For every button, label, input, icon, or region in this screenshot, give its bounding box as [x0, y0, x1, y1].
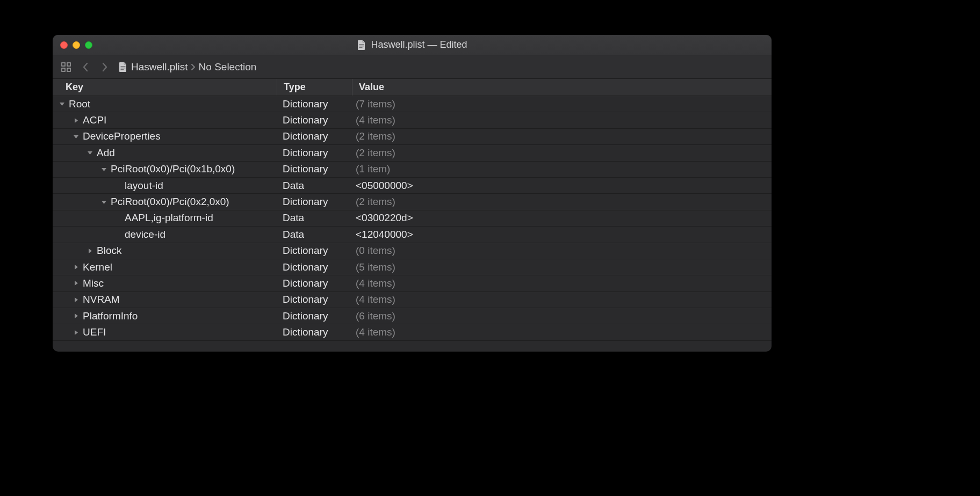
minimize-window-button[interactable] — [73, 41, 80, 49]
table-row[interactable]: MiscDictionary(4 items) — [53, 275, 772, 291]
cell-type[interactable]: Dictionary — [277, 196, 352, 208]
table-row[interactable]: DevicePropertiesDictionary(2 items) — [53, 129, 772, 145]
cell-key[interactable]: PciRoot(0x0)/Pci(0x2,0x0) — [53, 196, 277, 208]
cell-key[interactable]: device-id — [53, 229, 277, 240]
table-row[interactable]: PciRoot(0x0)/Pci(0x1b,0x0)Dictionary(1 i… — [53, 162, 772, 178]
table-row[interactable]: KernelDictionary(5 items) — [53, 259, 772, 275]
table-row[interactable]: AddDictionary(2 items) — [53, 145, 772, 161]
key-text: layout-id — [125, 180, 163, 192]
cell-value[interactable]: (4 items) — [352, 114, 772, 126]
disclosure-triangle-icon[interactable] — [86, 149, 93, 157]
key-text: PlatformInfo — [83, 310, 138, 322]
nav-forward-button[interactable] — [97, 59, 113, 75]
cell-key[interactable]: PlatformInfo — [53, 310, 277, 322]
cell-type[interactable]: Dictionary — [277, 245, 352, 257]
cell-type[interactable]: Dictionary — [277, 147, 352, 159]
svg-rect-8 — [121, 68, 126, 68]
cell-value[interactable]: (5 items) — [352, 261, 772, 273]
cell-type[interactable]: Dictionary — [277, 261, 352, 273]
disclosure-triangle-icon[interactable] — [72, 329, 80, 336]
disclosure-triangle-icon[interactable] — [72, 296, 80, 303]
cell-value[interactable]: (2 items) — [352, 147, 772, 159]
table-row[interactable]: layout-idData<05000000> — [53, 178, 772, 194]
cell-key[interactable]: Misc — [53, 278, 277, 289]
cell-key[interactable]: layout-id — [53, 180, 277, 192]
cell-key[interactable]: UEFI — [53, 326, 277, 338]
nav-back-button[interactable] — [77, 59, 93, 75]
disclosure-triangle-icon[interactable] — [72, 312, 80, 320]
cell-value[interactable]: (4 items) — [352, 294, 772, 305]
table-row[interactable]: BlockDictionary(0 items) — [53, 243, 772, 259]
cell-value[interactable]: (4 items) — [352, 278, 772, 289]
cell-type[interactable]: Data — [277, 229, 352, 240]
cell-key[interactable]: ACPI — [53, 114, 277, 126]
cell-value[interactable]: <0300220d> — [352, 212, 772, 224]
svg-rect-0 — [359, 44, 364, 45]
cell-key[interactable]: NVRAM — [53, 294, 277, 305]
cell-value[interactable]: <12040000> — [352, 229, 772, 240]
svg-rect-4 — [67, 63, 70, 66]
cell-value[interactable]: (7 items) — [352, 98, 772, 110]
cell-type[interactable]: Dictionary — [277, 326, 352, 338]
column-header-key[interactable]: Key — [53, 79, 277, 96]
key-text: NVRAM — [83, 294, 120, 305]
disclosure-triangle-icon[interactable] — [58, 100, 66, 108]
disclosure-triangle-icon[interactable] — [72, 116, 80, 124]
cell-value[interactable]: (4 items) — [352, 326, 772, 338]
cell-value[interactable]: (0 items) — [352, 245, 772, 257]
cell-value[interactable]: <05000000> — [352, 180, 772, 192]
disclosure-triangle-icon[interactable] — [86, 247, 93, 254]
cell-type[interactable]: Data — [277, 212, 352, 224]
cell-value[interactable]: (1 item) — [352, 163, 772, 175]
disclosure-triangle-icon[interactable] — [72, 264, 80, 271]
breadcrumb-selection[interactable]: No Selection — [199, 61, 257, 73]
cell-value[interactable]: (2 items) — [352, 130, 772, 142]
svg-rect-1 — [359, 46, 364, 46]
cell-key[interactable]: Block — [53, 245, 277, 257]
cell-type[interactable]: Dictionary — [277, 278, 352, 289]
key-text: AAPL,ig-platform-id — [125, 212, 213, 224]
key-text: Kernel — [83, 261, 112, 273]
table-row[interactable]: PciRoot(0x0)/Pci(0x2,0x0)Dictionary(2 it… — [53, 194, 772, 210]
svg-marker-22 — [75, 297, 78, 302]
disclosure-triangle-icon[interactable] — [100, 198, 107, 206]
cell-type[interactable]: Data — [277, 180, 352, 192]
cell-type[interactable]: Dictionary — [277, 114, 352, 126]
cell-type[interactable]: Dictionary — [277, 310, 352, 322]
close-window-button[interactable] — [60, 41, 68, 49]
table-row[interactable]: AAPL,ig-platform-idData<0300220d> — [53, 210, 772, 227]
related-items-button[interactable] — [58, 59, 74, 75]
table-row[interactable]: ACPIDictionary(4 items) — [53, 112, 772, 128]
cell-value[interactable]: (6 items) — [352, 310, 772, 322]
cell-key[interactable]: Root — [53, 98, 277, 110]
svg-rect-9 — [121, 69, 124, 70]
cell-key[interactable]: AAPL,ig-platform-id — [53, 212, 277, 224]
table-row[interactable]: PlatformInfoDictionary(6 items) — [53, 308, 772, 324]
table-row[interactable]: UEFIDictionary(4 items) — [53, 324, 772, 340]
column-header-value[interactable]: Value — [352, 79, 772, 96]
plist-outline[interactable]: RootDictionary(7 items)ACPIDictionary(4 … — [53, 96, 772, 352]
cell-type[interactable]: Dictionary — [277, 130, 352, 142]
cell-key[interactable]: PciRoot(0x0)/Pci(0x1b,0x0) — [53, 163, 277, 175]
svg-marker-19 — [89, 249, 92, 253]
table-row[interactable]: RootDictionary(7 items) — [53, 96, 772, 112]
disclosure-triangle-icon[interactable] — [72, 133, 80, 140]
cell-key[interactable]: DeviceProperties — [53, 130, 277, 142]
chevron-left-icon — [82, 62, 89, 72]
zoom-window-button[interactable] — [85, 41, 92, 49]
svg-rect-2 — [359, 47, 363, 48]
cell-type[interactable]: Dictionary — [277, 163, 352, 175]
table-row[interactable]: NVRAMDictionary(4 items) — [53, 292, 772, 308]
table-row[interactable]: device-idData<12040000> — [53, 227, 772, 243]
cell-key[interactable]: Add — [53, 147, 277, 159]
cell-value[interactable]: (2 items) — [352, 196, 772, 208]
cell-type[interactable]: Dictionary — [277, 98, 352, 110]
disclosure-triangle-icon[interactable] — [72, 280, 80, 287]
svg-marker-20 — [75, 265, 78, 269]
key-text: PciRoot(0x0)/Pci(0x1b,0x0) — [111, 163, 235, 175]
cell-type[interactable]: Dictionary — [277, 294, 352, 305]
disclosure-triangle-icon[interactable] — [100, 165, 107, 173]
breadcrumb-file[interactable]: Haswell.plist — [131, 61, 188, 73]
cell-key[interactable]: Kernel — [53, 261, 277, 273]
column-header-type[interactable]: Type — [277, 79, 352, 96]
